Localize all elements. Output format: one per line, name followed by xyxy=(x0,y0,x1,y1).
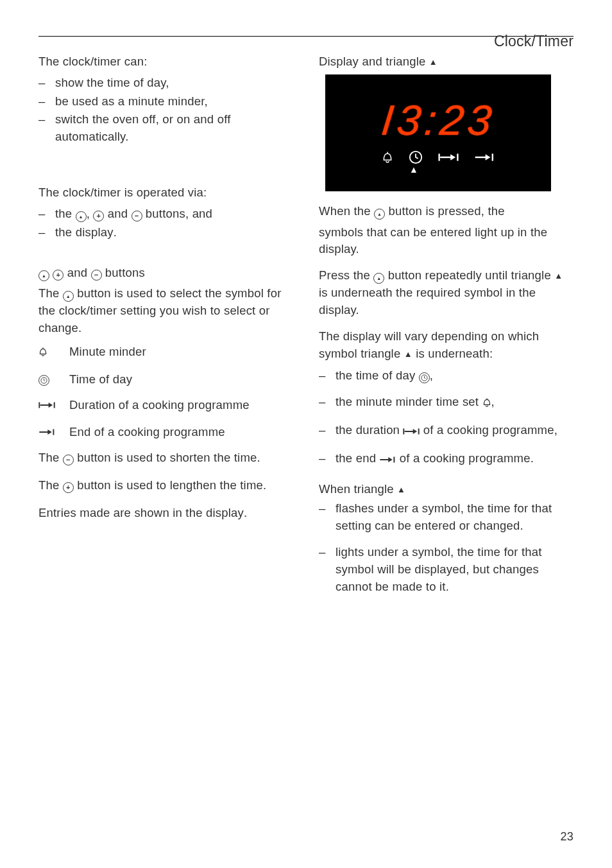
triangle-icon: ▲ xyxy=(404,349,412,359)
vary-item: – the end of a cooking programme. xyxy=(319,450,574,469)
up-icon xyxy=(38,270,49,281)
dash: – xyxy=(38,93,49,110)
dash: – xyxy=(38,111,49,146)
duration-icon xyxy=(438,152,459,162)
clock-icon xyxy=(38,375,49,386)
duration-icon xyxy=(403,424,420,441)
operated-item: – the , and buttons, and xyxy=(38,205,293,223)
symbol-label: Time of day xyxy=(69,371,132,388)
press-repeat: Press the button repeatedly until triang… xyxy=(319,267,574,318)
minus-icon xyxy=(63,455,74,465)
can-item: be used as a minute minder, xyxy=(55,93,208,110)
up-icon xyxy=(76,211,87,222)
operated-item: – the display. xyxy=(38,224,293,241)
buttons-heading: and buttons xyxy=(38,265,293,282)
minus-desc: The button is used to shorten the time. xyxy=(38,449,293,467)
end-icon xyxy=(379,452,396,469)
can-item: show the time of day, xyxy=(55,74,169,92)
page-number: 23 xyxy=(561,828,574,845)
end-icon xyxy=(38,424,55,442)
plus-icon xyxy=(93,211,104,221)
symbol-label: Minute minder xyxy=(69,343,146,362)
up-button-desc: The button is used to select the symbol … xyxy=(38,285,293,336)
symbol-row: Duration of a cooking programme xyxy=(38,397,293,415)
vary-item: – the duration of a cooking programme, xyxy=(319,422,574,441)
display-pointer: ▲ xyxy=(409,163,418,176)
symbol-label: Duration of a cooking programme xyxy=(69,397,250,415)
columns: The clock/timer can: –show the time of d… xyxy=(38,53,574,596)
bell-icon xyxy=(38,345,47,362)
dash: – xyxy=(38,74,49,92)
up-icon xyxy=(63,291,74,302)
display-icon-row xyxy=(382,150,495,164)
left-column: The clock/timer can: –show the time of d… xyxy=(38,53,293,596)
minus-icon xyxy=(132,211,142,221)
intro-text: The clock/timer can: xyxy=(38,53,293,71)
page-header-title: Clock/Timer xyxy=(494,31,574,52)
symbol-row: Minute minder xyxy=(38,343,293,362)
clock-icon xyxy=(419,372,430,383)
display-time: I3:23 xyxy=(378,90,498,152)
end-icon xyxy=(474,152,495,162)
dash: – xyxy=(38,205,49,223)
operated-intro: The clock/timer is operated via: xyxy=(38,184,293,202)
symbol-row: End of a cooking programme xyxy=(38,424,293,442)
display-panel: I3:23 ▲ xyxy=(325,74,551,191)
up-icon xyxy=(373,273,384,284)
display-heading: Display and triangle ▲ xyxy=(319,53,574,71)
vary-text: The display will vary depending on which… xyxy=(319,328,574,363)
entries-desc: Entries made are shown in the display. xyxy=(38,505,293,522)
header-rule xyxy=(38,36,574,37)
minus-icon xyxy=(91,270,102,281)
operated-text: the display. xyxy=(55,224,117,241)
dash: – xyxy=(319,422,329,441)
triangle-icon: ▲ xyxy=(429,57,438,67)
dash: – xyxy=(319,544,329,595)
symbol-row: Time of day xyxy=(38,371,293,388)
symbol-label: End of a cooking programme xyxy=(69,424,225,442)
can-item: switch the oven off, or on and off autom… xyxy=(55,111,293,146)
pressed-text: When the button is pressed, the xyxy=(319,203,574,220)
triangle-icon: ▲ xyxy=(554,271,563,281)
up-icon xyxy=(374,209,385,220)
dash: – xyxy=(319,394,329,413)
symbols-that: symbols that can be entered light up in … xyxy=(319,224,574,259)
vary-item: – the time of day , xyxy=(319,367,574,385)
plus-icon xyxy=(63,482,74,493)
when-item: – flashes under a symbol, the time for t… xyxy=(319,500,574,535)
dash: – xyxy=(38,224,49,241)
bell-icon xyxy=(382,151,393,164)
vary-item: – the minute minder time set , xyxy=(319,394,574,413)
duration-icon xyxy=(38,397,55,415)
bell-icon xyxy=(482,395,491,413)
when-item: – lights under a symbol, the time for th… xyxy=(319,544,574,595)
plus-desc: The button is used to lengthen the time. xyxy=(38,477,293,494)
dash: – xyxy=(319,500,329,535)
dash: – xyxy=(319,367,329,385)
page: Clock/Timer The clock/timer can: –show t… xyxy=(0,0,612,596)
operated-text: the , and buttons, and xyxy=(55,205,212,223)
plus-icon xyxy=(53,270,64,281)
right-column: Display and triangle ▲ I3:23 ▲ When the … xyxy=(319,53,574,596)
clock-icon xyxy=(409,150,423,164)
triangle-icon: ▲ xyxy=(397,485,405,494)
dash: – xyxy=(319,450,329,469)
when-heading: When triangle ▲ xyxy=(319,481,574,498)
